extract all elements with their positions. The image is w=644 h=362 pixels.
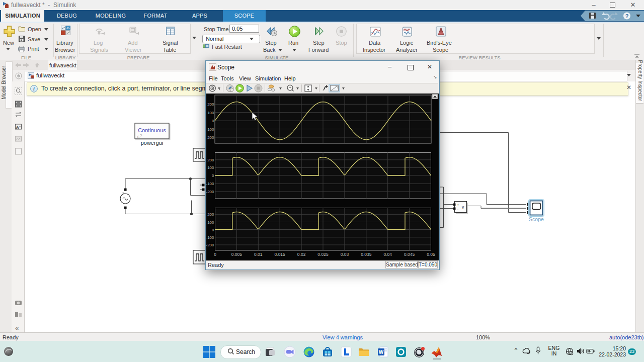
svg-text:¿?: ¿?: [137, 133, 142, 138]
svg-text:-100: -100: [206, 182, 214, 186]
svg-text:0: 0: [214, 252, 216, 257]
svg-text:0.045: 0.045: [404, 252, 415, 257]
svg-text:-200: -200: [206, 190, 214, 194]
svg-text:0.03: 0.03: [341, 252, 349, 257]
svg-text:-200: -200: [206, 243, 214, 247]
svg-text:i: i: [33, 86, 35, 92]
svg-text:0.025: 0.025: [317, 252, 329, 257]
svg-text:0.04: 0.04: [383, 252, 392, 257]
svg-text:-100: -100: [206, 235, 214, 240]
svg-text:200: 200: [207, 212, 214, 217]
svg-text:0.015: 0.015: [275, 252, 286, 257]
svg-text:0.02: 0.02: [297, 252, 306, 257]
svg-text:-100: -100: [206, 127, 214, 132]
svg-text:0: 0: [212, 228, 214, 232]
svg-text:0.005: 0.005: [231, 252, 243, 257]
svg-text:200: 200: [207, 158, 214, 162]
svg-text:100: 100: [207, 165, 214, 170]
svg-text:-: -: [457, 207, 459, 212]
svg-text:powergui: powergui: [141, 140, 164, 146]
svg-text:0.01: 0.01: [254, 252, 263, 257]
svg-text:0: 0: [212, 173, 214, 178]
svg-text:0.05: 0.05: [427, 252, 435, 257]
svg-text:W: W: [379, 349, 384, 355]
svg-text:100: 100: [207, 111, 214, 115]
svg-text:100: 100: [207, 220, 214, 225]
svg-text:200: 200: [207, 102, 214, 107]
svg-text:-200: -200: [206, 135, 214, 140]
svg-text:Continuous: Continuous: [138, 127, 166, 133]
svg-text:0.035: 0.035: [361, 252, 372, 257]
svg-text:Scope: Scope: [529, 216, 544, 222]
svg-text:0: 0: [212, 119, 214, 123]
